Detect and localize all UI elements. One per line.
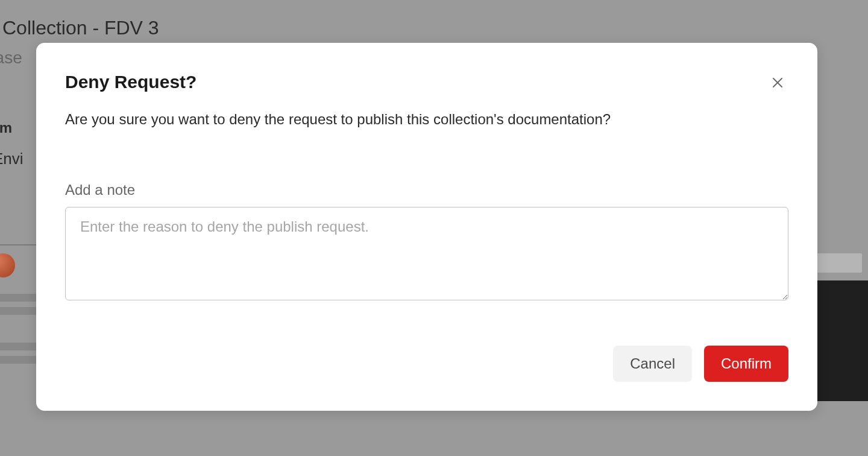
confirm-button[interactable]: Confirm xyxy=(704,346,788,382)
close-icon xyxy=(770,75,785,90)
deny-request-modal: Deny Request? Are you sure you want to d… xyxy=(36,43,817,411)
deny-reason-textarea[interactable] xyxy=(65,207,788,300)
modal-description: Are you sure you want to deny the reques… xyxy=(65,109,788,130)
modal-title: Deny Request? xyxy=(65,72,788,92)
cancel-button[interactable]: Cancel xyxy=(613,346,692,382)
note-label: Add a note xyxy=(65,182,788,198)
modal-footer: Cancel Confirm xyxy=(613,346,788,382)
close-button[interactable] xyxy=(769,74,786,91)
